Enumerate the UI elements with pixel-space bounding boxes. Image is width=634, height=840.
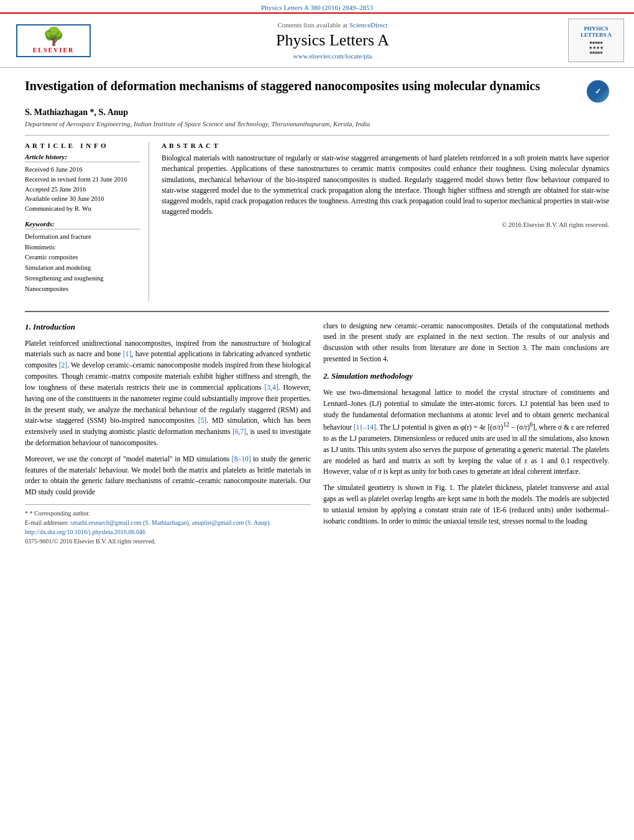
section1-heading: 1. Introduction: [25, 321, 311, 333]
author-name: S. Mathiazhagan *, S. Anup: [25, 108, 128, 117]
ref-5[interactable]: [5]: [198, 417, 206, 424]
email-line: E-mail addresses: smathi.research@gmail.…: [25, 518, 311, 527]
footnote-star: *: [25, 510, 30, 517]
journal-title: Physics Letters A: [103, 31, 562, 50]
crossmark-badge[interactable]: ✓: [587, 80, 609, 103]
pla-logo-title: PHYSICS LETTERS A: [571, 25, 621, 38]
keyword-5: Strengthening and toughening: [25, 274, 140, 284]
logo-box: 🌳 ELSEVIER: [16, 24, 91, 57]
doi-link[interactable]: http://dx.doi.org/10.1016/j.physleta.201…: [25, 528, 145, 535]
keyword-3: Ceramic composites: [25, 252, 140, 263]
body-col-left: 1. Introduction Platelet reinforced unid…: [25, 321, 311, 547]
article-content: Investigation of deformation mechanisms …: [0, 68, 634, 546]
article-title: Investigation of deformation mechanisms …: [25, 78, 581, 94]
footnote-area: * * Corresponding author. E-mail address…: [25, 504, 311, 546]
journal-center: Contents lists available at ScienceDirec…: [103, 21, 562, 60]
affiliation: Department of Aerospace Engineering, Ind…: [25, 120, 609, 127]
elsevier-logo: 🌳 ELSEVIER: [10, 24, 97, 57]
section2-para2: The simulated geometry is shown in Fig. …: [323, 482, 609, 527]
corresponding-author-note: * * Corresponding author.: [25, 509, 311, 518]
keyword-6: Nanocomposites: [25, 284, 140, 295]
corresponding-label: * Corresponding author.: [30, 510, 90, 517]
section1-right-para1: clues to designing new ceramic–ceramic n…: [323, 321, 609, 365]
authors-line: S. Mathiazhagan *, S. Anup: [25, 108, 609, 118]
received-revised-date: Received in revised form 21 June 2016: [25, 175, 140, 185]
email-addresses[interactable]: smathi.research@gmail.com (S. Mathiazhag…: [70, 519, 271, 526]
journal-header: 🌳 ELSEVIER Contents lists available at S…: [0, 12, 634, 68]
page: Physics Letters A 380 (2016) 2849–2853 🌳…: [0, 0, 634, 840]
ref-6-7[interactable]: [6,7]: [232, 428, 246, 435]
ref-8-10[interactable]: [8–10]: [232, 455, 251, 463]
section1-para1: Platelet reinforced unidirectional nanoc…: [25, 338, 311, 449]
article-history-label: Article history:: [25, 153, 140, 162]
keywords-section: Keywords: Deformation and fracture Biomi…: [25, 220, 140, 295]
keyword-2: Biomimetic: [25, 242, 140, 253]
section2-heading: 2. Simulation methodology: [323, 370, 609, 382]
accepted-date: Accepted 25 June 2016: [25, 185, 140, 195]
ref-2[interactable]: [2]: [59, 361, 67, 369]
article-history-section: Article history: Received 6 June 2016 Re…: [25, 153, 140, 214]
logo-tree-icon: 🌳: [43, 28, 65, 45]
pla-logo-detail: ■■■■■■ ■ ■ ■■■■■■: [589, 40, 603, 55]
abstract-section: A B S T R A C T Biological materials wit…: [162, 142, 609, 301]
body-col-right: clues to designing new ceramic–ceramic n…: [323, 321, 609, 547]
section2-para1: We use two-dimensional hexagonal lattice…: [323, 387, 609, 478]
contents-line: Contents lists available at ScienceDirec…: [103, 21, 562, 29]
abstract-heading: A B S T R A C T: [162, 142, 609, 149]
copyright-line: © 2016 Elsevier B.V. All rights reserved…: [162, 221, 609, 228]
issn-line: 0375-9601/© 2016 Elsevier B.V. All right…: [25, 537, 311, 546]
ref-11-14[interactable]: [11–14]: [354, 423, 376, 431]
keyword-1: Deformation and fracture: [25, 232, 140, 242]
article-title-row: Investigation of deformation mechanisms …: [25, 78, 609, 103]
communicated-by: Communicated by R. Wu: [25, 204, 140, 214]
keywords-label: Keywords:: [25, 220, 140, 229]
available-online-date: Available online 30 June 2016: [25, 194, 140, 204]
article-info-heading: A R T I C L E I N F O: [25, 142, 140, 149]
abstract-text: Biological materials with nanostructure …: [162, 153, 609, 218]
journal-url[interactable]: www.elsevier.com/locate/pla: [103, 52, 562, 60]
received-date: Received 6 June 2016: [25, 165, 140, 175]
contents-text: Contents lists available at: [277, 21, 347, 29]
elsevier-text: ELSEVIER: [33, 47, 75, 53]
sciencedirect-link[interactable]: ScienceDirect: [349, 21, 388, 29]
journal-ref-text: Physics Letters A 380 (2016) 2849–2853: [261, 4, 373, 11]
section1-para2: Moreover, we use the concept of "model m…: [25, 454, 311, 498]
body-columns: 1. Introduction Platelet reinforced unid…: [25, 311, 609, 547]
keyword-4: Simulation and modeling: [25, 263, 140, 274]
article-info: A R T I C L E I N F O Article history: R…: [25, 142, 149, 301]
info-abstract-section: A R T I C L E I N F O Article history: R…: [25, 135, 609, 301]
journal-logo-right: PHYSICS LETTERS A ■■■■■■ ■ ■ ■■■■■■: [568, 19, 624, 62]
doi-line: http://dx.doi.org/10.1016/j.physleta.201…: [25, 527, 311, 537]
ref-3-4[interactable]: [3,4]: [264, 384, 278, 391]
crossmark-icon: ✓: [595, 87, 601, 96]
ref-1[interactable]: [1]: [123, 350, 131, 358]
top-journal-ref: Physics Letters A 380 (2016) 2849–2853: [0, 0, 634, 12]
email-label: E-mail addresses:: [25, 519, 69, 526]
